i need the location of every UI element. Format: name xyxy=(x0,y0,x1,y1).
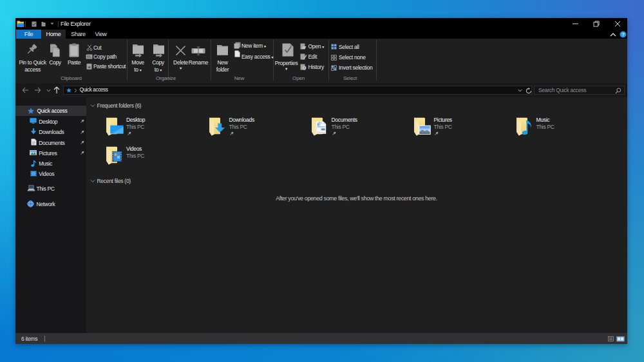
svg-text:?: ? xyxy=(621,32,625,37)
